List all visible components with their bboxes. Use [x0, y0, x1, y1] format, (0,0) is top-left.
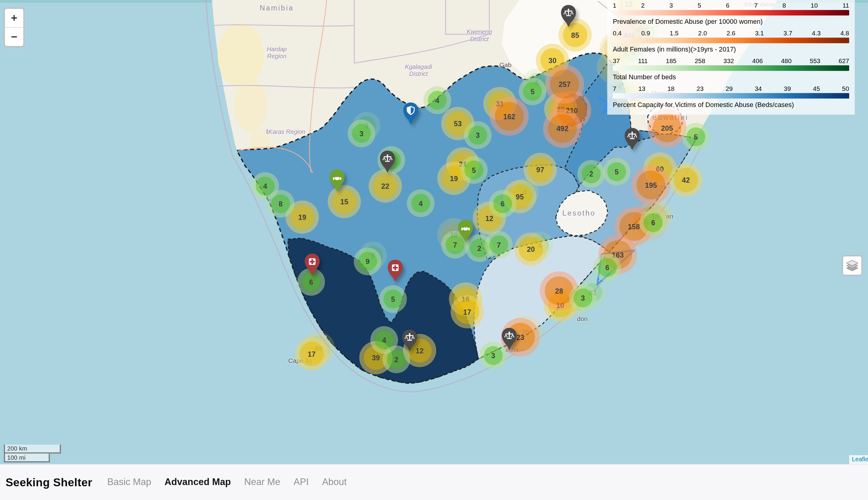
cluster-marker[interactable]: 30 — [540, 48, 565, 72]
scales-pin[interactable] — [501, 327, 518, 350]
cluster-marker[interactable]: 22 — [373, 174, 397, 198]
nav-link-near-me[interactable]: Near Me — [244, 477, 280, 488]
nav-link-about[interactable]: About — [322, 477, 347, 488]
cluster-marker[interactable]: 20 — [519, 237, 543, 261]
legend-tick: 5 — [698, 1, 701, 10]
legend-caption: Prevalence of Domestic Abuse (per 10000 … — [613, 18, 849, 25]
cluster-marker[interactable]: 19 — [290, 205, 314, 229]
cluster-marker[interactable]: 6 — [598, 258, 617, 277]
cluster-marker[interactable]: 5 — [464, 161, 483, 180]
cluster-marker[interactable]: 9 — [358, 252, 377, 271]
cluster-marker[interactable]: 3 — [352, 124, 371, 143]
cluster-marker[interactable]: 8 — [271, 194, 290, 213]
cluster-marker[interactable]: 4 — [428, 91, 447, 110]
scale-km: 200 km — [4, 444, 61, 453]
cluster-marker[interactable]: 42 — [673, 168, 698, 192]
cluster-marker[interactable]: 15 — [332, 189, 357, 214]
zoom-control: + − — [4, 8, 24, 47]
cluster-marker[interactable]: 158 — [619, 212, 648, 241]
cluster-marker[interactable]: 19 — [442, 166, 466, 191]
map-legend: 12356781011Prevalence of Domestic Abuse … — [607, 0, 855, 115]
cluster-marker[interactable]: 6 — [493, 194, 512, 213]
cross-pin[interactable] — [387, 259, 404, 282]
nav-link-advanced-map[interactable]: Advanced Map — [165, 477, 231, 488]
zoom-in-button[interactable]: + — [5, 9, 23, 28]
cluster-marker[interactable]: 6 — [644, 213, 662, 232]
desert-patch — [218, 23, 264, 88]
scales-pin[interactable] — [624, 127, 640, 151]
legend-tick: 3.7 — [784, 29, 792, 37]
cluster-marker[interactable]: 5 — [384, 289, 403, 308]
cluster-marker[interactable]: 5 — [607, 162, 626, 181]
legend-gradient-bar — [613, 65, 849, 71]
cluster-marker[interactable]: 2 — [387, 350, 406, 369]
scale-control: 200 km 100 mi — [4, 444, 61, 462]
scales-pin[interactable] — [560, 4, 577, 28]
scales-pin[interactable] — [401, 329, 418, 352]
cluster-marker[interactable]: 17 — [300, 342, 324, 366]
legend-ticks: 37111185258332406480553627 — [613, 57, 849, 65]
cluster-marker[interactable]: 2 — [582, 164, 601, 183]
cluster-marker[interactable]: 17 — [455, 300, 479, 324]
legend-tick: 332 — [724, 57, 734, 65]
attribution: Leaflet — [849, 455, 868, 464]
cluster-marker[interactable]: 205 — [652, 113, 681, 142]
cluster-marker[interactable]: 3 — [574, 288, 592, 307]
legend-tick: 627 — [838, 57, 849, 65]
shield-pin[interactable] — [402, 102, 419, 125]
legend-caption: Percent Capacity for Victims of Domestic… — [613, 101, 849, 109]
scale-mi: 100 mi — [4, 454, 50, 463]
cluster-marker[interactable]: 53 — [445, 111, 470, 136]
legend-tick: 0.9 — [641, 29, 650, 37]
legend-caption: Adult Females (in millions)(>19yrs - 201… — [613, 45, 849, 53]
legend-group-1: 0.40.91.52.02.63.13.74.34.8Adult Females… — [613, 29, 849, 53]
legend-tick: 11 — [842, 1, 849, 10]
legend-tick: 7 — [754, 1, 758, 10]
seeking-shelter-app: NamibiaHardap RegionǁKaras RegionKweneng… — [0, 0, 868, 500]
legend-tick: 7 — [613, 85, 616, 93]
legend-tick: 1.5 — [670, 29, 679, 37]
scales-pin[interactable] — [379, 150, 396, 173]
cluster-marker[interactable]: 4 — [412, 194, 430, 213]
handshake-pin[interactable] — [457, 219, 474, 242]
legend-tick: 18 — [668, 85, 674, 93]
leaflet-attribution-link[interactable]: Leaflet — [852, 456, 868, 463]
legend-tick: 1 — [613, 1, 616, 10]
cross-pin[interactable] — [304, 253, 320, 276]
cluster-marker[interactable]: 195 — [637, 170, 665, 199]
cluster-marker[interactable]: 7 — [489, 235, 508, 254]
cluster-marker[interactable]: 257 — [550, 70, 579, 99]
legend-tick: 185 — [666, 57, 676, 65]
cluster-marker[interactable]: 4 — [375, 330, 394, 349]
layers-icon — [845, 260, 859, 272]
cluster-marker[interactable]: 5 — [686, 127, 705, 146]
legend-group-0: 12356781011Prevalence of Domestic Abuse … — [613, 1, 849, 25]
legend-tick: 553 — [810, 57, 820, 65]
legend-tick: 34 — [755, 85, 762, 93]
legend-tick: 4.3 — [812, 29, 821, 37]
desert-patch — [233, 79, 267, 132]
legend-tick: 13 — [638, 85, 646, 93]
cluster-marker[interactable]: 3 — [468, 126, 487, 145]
legend-caption: Total Number of beds — [613, 73, 849, 81]
legend-tick: 3.1 — [755, 29, 764, 37]
cluster-marker[interactable]: 5 — [523, 82, 542, 101]
legend-group-2: 37111185258332406480553627Total Number o… — [613, 57, 849, 81]
legend-tick: 23 — [696, 85, 703, 93]
layers-control[interactable] — [842, 255, 863, 276]
cluster-marker[interactable]: 492 — [548, 114, 577, 143]
cluster-marker[interactable]: 162 — [495, 102, 524, 130]
leaflet-map[interactable]: NamibiaHardap RegionǁKaras RegionKweneng… — [0, 0, 868, 464]
zoom-out-button[interactable]: − — [5, 28, 23, 46]
cluster-marker[interactable]: 4 — [256, 177, 275, 195]
cross-icon — [309, 258, 315, 265]
cluster-marker[interactable]: 97 — [528, 157, 553, 182]
cluster-marker[interactable]: 28 — [545, 276, 573, 305]
cluster-marker[interactable]: 3 — [484, 346, 502, 365]
legend-tick: 3 — [669, 1, 673, 10]
nav-link-basic-map[interactable]: Basic Map — [107, 477, 151, 488]
handshake-pin[interactable] — [329, 169, 345, 192]
nav-link-api[interactable]: API — [293, 477, 309, 488]
legend-tick: 2.6 — [727, 29, 736, 37]
app-brand[interactable]: Seeking Shelter — [5, 476, 92, 489]
